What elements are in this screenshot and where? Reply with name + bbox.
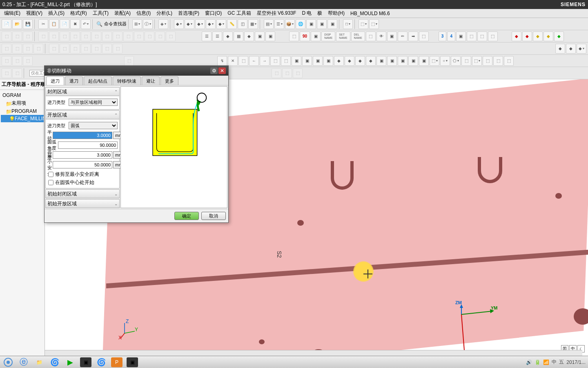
tb2-btn-set-name-icon[interactable]: SETNAME — [336, 31, 350, 41]
tb4-btn-5[interactable]: ↯ — [217, 56, 227, 66]
tray-icon[interactable]: 🔋 — [535, 359, 541, 365]
dialog-settings-icon[interactable]: ⚙ — [210, 67, 218, 74]
tb2-btn-7[interactable]: ⬚ — [70, 31, 80, 41]
tb-btn-box-icon[interactable]: 📦 — [285, 19, 295, 29]
tb-btn-a8[interactable]: ◆ — [216, 19, 226, 29]
section-init-closed[interactable]: 初始封闭区域 ⌄ — [45, 189, 120, 198]
tb2-btn-num4-icon[interactable]: 4 — [447, 31, 455, 41]
tb4-btn-15[interactable]: ◆ — [345, 56, 354, 66]
tb4-right-arrow-icon[interactable]: → — [260, 56, 270, 66]
tb4-btn-2[interactable]: ⬚ — [12, 56, 22, 66]
tb2-btn-10[interactable]: ⬚ — [102, 31, 112, 41]
tb3-btn-7[interactable]: ⬚ — [70, 44, 80, 54]
tb2-btn-e4[interactable]: ⬚ — [488, 31, 498, 41]
tb2-btn-e2[interactable]: ⬚ — [467, 31, 477, 41]
tb-btn-a10[interactable]: ▦ — [248, 19, 258, 29]
tb2-btn-1[interactable]: ⬚ — [2, 31, 11, 41]
tb2-btn-f3[interactable]: ◆ — [533, 31, 543, 41]
tb3-btn-r1[interactable]: ◆ — [555, 44, 565, 54]
horizontal-scrollbar[interactable] — [45, 350, 582, 356]
media-player-icon[interactable]: ▶ — [65, 357, 76, 367]
section-open-region[interactable]: 开放区域 ⌃ — [45, 110, 120, 119]
tb4-left-arrow-icon[interactable]: ← — [249, 56, 259, 66]
ime-indicator[interactable]: 五 — [559, 359, 564, 366]
tb2-btn-90-icon[interactable]: 90 — [300, 31, 310, 41]
tb4-btn-11[interactable]: ▣ — [302, 56, 312, 66]
tb5-btn-2[interactable]: ⬚ — [12, 68, 22, 78]
menu-insert[interactable]: 插入(S) — [46, 9, 67, 18]
tb-btn-a2[interactable]: ⓘ — [143, 19, 153, 29]
tree-root[interactable]: OGRAM — [1, 92, 44, 99]
new-file-icon[interactable]: 📄 — [2, 19, 11, 29]
section-init-open[interactable]: 初始开放区域 ⌄ — [45, 199, 120, 208]
tb3-btn-5[interactable]: ⬚ — [49, 44, 59, 54]
tab-avoidance[interactable]: 避让 — [142, 76, 160, 85]
tb2-btn-d3[interactable]: ⬚ — [366, 31, 376, 41]
open-engage-type-select[interactable]: 圆弧 — [69, 122, 118, 129]
menu-d-electric[interactable]: D 电 — [299, 9, 314, 18]
tab-start-drill[interactable]: 起点/钻点 — [84, 76, 112, 85]
tree-operation-selected[interactable]: 💡 FACE_MILLING... — [1, 115, 44, 122]
menu-preferences[interactable]: 首选项(P) — [176, 9, 202, 18]
tb2-btn-pencil-icon[interactable]: ✏ — [398, 31, 408, 41]
tb3-btn-11[interactable]: ⬚ — [113, 44, 122, 54]
file-explorer-icon[interactable]: 📁 — [33, 357, 45, 367]
tb2-btn-16[interactable]: ⬚ — [166, 31, 176, 41]
tb2-btn-12[interactable]: ⬚ — [123, 31, 133, 41]
tb2-btn-d2[interactable]: ▣ — [311, 31, 321, 41]
tb5-btn-4[interactable]: ⬚ — [282, 68, 292, 78]
menu-window[interactable]: 窗口(O) — [203, 9, 224, 18]
tb2-btn-5[interactable]: ⬚ — [49, 31, 59, 41]
tb4-btn-25[interactable]: ⬠ — [451, 56, 461, 66]
closed-engage-type-select[interactable]: 与开放区域相同 — [69, 99, 118, 106]
tb2-btn-8[interactable]: ⬚ — [81, 31, 91, 41]
tb2-btn-arrow-icon[interactable]: ➡ — [408, 31, 418, 41]
taskbar-datetime[interactable]: 2017/1... — [566, 359, 586, 365]
tb4-btn-26[interactable]: ⬚ — [461, 56, 471, 66]
arc-angle-input[interactable] — [58, 141, 118, 149]
cancel-button[interactable]: 取消 — [201, 212, 226, 220]
tb4-btn-27[interactable]: ⬚ — [472, 56, 482, 66]
tb-btn-cube2-icon[interactable]: ▣ — [317, 19, 327, 29]
menu-pole[interactable]: 极 — [315, 9, 325, 18]
tb4-btn-1[interactable]: ⬚ — [2, 56, 11, 66]
tb3-btn-10[interactable]: ⬚ — [102, 44, 112, 54]
tb-btn-globe-icon[interactable]: 🌐 — [296, 19, 305, 29]
tb-btn-a9[interactable]: ◫ — [238, 19, 247, 29]
tb2-btn-4[interactable]: ⬚ — [38, 31, 48, 41]
tb2-btn-disp-name-icon[interactable]: DISPNAME — [321, 31, 335, 41]
menu-tools[interactable]: 工具(T) — [90, 9, 111, 18]
min-safe-input[interactable] — [53, 161, 112, 168]
ime-indicator[interactable]: 中 — [552, 359, 557, 366]
tb2-btn-d5[interactable]: ⬚ — [419, 31, 429, 41]
tb4-btn-12[interactable]: ▣ — [313, 56, 323, 66]
tb4-btn-23[interactable]: ⬚ — [430, 56, 439, 66]
tb2-btn-3[interactable]: ⬚ — [23, 31, 33, 41]
tb2-btn-9[interactable]: ⬚ — [91, 31, 101, 41]
tb5-btn-5[interactable]: ⬚ — [293, 68, 303, 78]
tb2-btn-del-name-icon[interactable]: DELNAME — [351, 31, 365, 41]
menu-gc-toolbox[interactable]: GC 工具箱 — [225, 9, 253, 18]
tab-retract[interactable]: 退刀 — [65, 76, 83, 85]
tb4-btn-8[interactable]: ⬚ — [270, 56, 280, 66]
tb4-btn-19[interactable]: ▣ — [387, 56, 397, 66]
save-icon[interactable]: 💾 — [23, 19, 33, 29]
cut-icon[interactable]: ✂ — [38, 19, 48, 29]
tb2-btn-list1-icon[interactable]: ☰ — [202, 31, 212, 41]
tb4-btn-20[interactable]: ▣ — [398, 56, 408, 66]
tab-more[interactable]: 更多 — [160, 76, 178, 85]
tab-transfer-rapid[interactable]: 转移/快速 — [113, 76, 141, 85]
tb2-btn-13[interactable]: ⬚ — [134, 31, 144, 41]
tb3-btn-r2[interactable]: ◆ — [566, 44, 576, 54]
tb-btn-a7[interactable]: ◆ — [206, 19, 216, 29]
tb-btn-a5[interactable]: ◆ — [185, 19, 194, 29]
undo-icon[interactable]: ↶ — [81, 19, 91, 29]
tb-btn-cube3-icon[interactable]: ▣ — [327, 19, 337, 29]
tb4-btn-18[interactable]: ▣ — [376, 56, 386, 66]
app-orange-icon[interactable]: P — [111, 357, 122, 367]
tb4-btn-10[interactable]: ▣ — [292, 56, 301, 66]
tb2-btn-11[interactable]: ⬚ — [113, 31, 122, 41]
ie-browser-icon[interactable]: ⓔ — [18, 357, 29, 367]
app-swirl2-icon[interactable]: 🌀 — [96, 357, 107, 367]
tb2-btn-c3[interactable]: ◆ — [244, 31, 254, 41]
